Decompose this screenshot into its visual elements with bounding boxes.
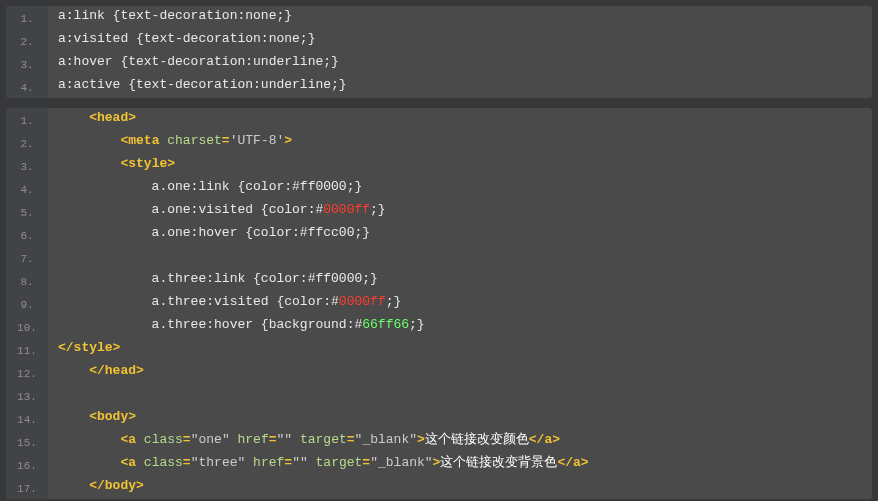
- line-number: 14.: [6, 407, 48, 430]
- token: =: [183, 432, 191, 447]
- code-line: 2. <meta charset='UTF-8'>: [6, 131, 872, 154]
- token: "three": [191, 455, 246, 470]
- token: [58, 478, 89, 493]
- code-content: a.three:visited {color:#0000ff;}: [48, 292, 401, 315]
- token: =: [284, 455, 292, 470]
- token: <style>: [120, 156, 175, 171]
- token: ;}: [386, 294, 402, 309]
- token: href: [238, 432, 269, 447]
- line-number: 10.: [6, 315, 48, 338]
- token: 'UTF-8': [230, 133, 285, 148]
- token: target: [316, 455, 363, 470]
- code-line: 4.a:active {text-decoration:underline;}: [6, 75, 872, 98]
- token: [58, 409, 89, 424]
- code-line: 13.: [6, 384, 872, 407]
- token: </body>: [89, 478, 144, 493]
- token: a:active {text-decoration:underline;}: [58, 77, 347, 92]
- token: [58, 432, 120, 447]
- line-number: 16.: [6, 453, 48, 476]
- code-line: 11.</style>: [6, 338, 872, 361]
- token: a.three:hover {background:#: [58, 317, 362, 332]
- line-number: 15.: [6, 430, 48, 453]
- code-content: </body>: [48, 476, 144, 499]
- line-number: 1.: [6, 108, 48, 131]
- code-content: a.three:link {color:#ff0000;}: [48, 269, 378, 292]
- code-block-2: 1. <head>2. <meta charset='UTF-8'>3. <st…: [6, 108, 872, 499]
- code-content: a.one:hover {color:#ffcc00;}: [48, 223, 370, 246]
- token: </a>: [557, 455, 588, 470]
- token: =: [347, 432, 355, 447]
- token: [58, 363, 89, 378]
- token: [292, 432, 300, 447]
- code-content: a:hover {text-decoration:underline;}: [48, 52, 339, 75]
- token: 0000ff: [339, 294, 386, 309]
- line-number: 2.: [6, 131, 48, 154]
- token: class: [144, 455, 183, 470]
- code-line: 14. <body>: [6, 407, 872, 430]
- token: a:hover {text-decoration:underline;}: [58, 54, 339, 69]
- code-line: 10. a.three:hover {background:#66ff66;}: [6, 315, 872, 338]
- line-number: 4.: [6, 75, 48, 98]
- line-number: 2.: [6, 29, 48, 52]
- line-number: 17.: [6, 476, 48, 499]
- code-line: 1.a:link {text-decoration:none;}: [6, 6, 872, 29]
- token: "": [292, 455, 308, 470]
- code-line: 8. a.three:link {color:#ff0000;}: [6, 269, 872, 292]
- token: [245, 455, 253, 470]
- token: href: [253, 455, 284, 470]
- code-line: 7.: [6, 246, 872, 269]
- token: a.one:hover {color:#ffcc00;}: [58, 225, 370, 240]
- code-content: a.one:link {color:#ff0000;}: [48, 177, 362, 200]
- token: <body>: [89, 409, 136, 424]
- line-number: 6.: [6, 223, 48, 246]
- token: a:link {text-decoration:none;}: [58, 8, 292, 23]
- code-line: 1. <head>: [6, 108, 872, 131]
- line-number: 1.: [6, 6, 48, 29]
- token: a.one:visited {color:#: [58, 202, 323, 217]
- code-content: <body>: [48, 407, 136, 430]
- line-number: 13.: [6, 384, 48, 407]
- code-content: a:visited {text-decoration:none;}: [48, 29, 315, 52]
- token: a.three:visited {color:#: [58, 294, 339, 309]
- code-content: a.three:hover {background:#66ff66;}: [48, 315, 425, 338]
- code-line: 9. a.three:visited {color:#0000ff;}: [6, 292, 872, 315]
- token: charset: [167, 133, 222, 148]
- code-line: 12. </head>: [6, 361, 872, 384]
- token: =: [269, 432, 277, 447]
- token: [230, 432, 238, 447]
- code-content: <meta charset='UTF-8'>: [48, 131, 292, 154]
- token: "_blank": [355, 432, 417, 447]
- token: target: [300, 432, 347, 447]
- code-line: 6. a.one:hover {color:#ffcc00;}: [6, 223, 872, 246]
- line-number: 12.: [6, 361, 48, 384]
- code-content: [48, 246, 58, 269]
- token: <a: [120, 455, 136, 470]
- token: [58, 110, 89, 125]
- code-content: <a class="one" href="" target="_blank">这…: [48, 430, 560, 453]
- token: [136, 432, 144, 447]
- token: [308, 455, 316, 470]
- code-line: 4. a.one:link {color:#ff0000;}: [6, 177, 872, 200]
- token: <head>: [89, 110, 136, 125]
- token: [58, 133, 120, 148]
- line-number: 9.: [6, 292, 48, 315]
- token: <meta: [120, 133, 159, 148]
- code-line: 3. <style>: [6, 154, 872, 177]
- token: </head>: [89, 363, 144, 378]
- line-number: 11.: [6, 338, 48, 361]
- token: </a>: [529, 432, 560, 447]
- token: "": [277, 432, 293, 447]
- code-content: a:active {text-decoration:underline;}: [48, 75, 347, 98]
- token: [136, 455, 144, 470]
- token: a:visited {text-decoration:none;}: [58, 31, 315, 46]
- token: =: [222, 133, 230, 148]
- token: "one": [191, 432, 230, 447]
- code-content: a.one:visited {color:#0000ff;}: [48, 200, 386, 223]
- code-line: 17. </body>: [6, 476, 872, 499]
- line-number: 8.: [6, 269, 48, 292]
- code-content: <a class="three" href="" target="_blank"…: [48, 453, 589, 476]
- code-block-1: 1.a:link {text-decoration:none;}2.a:visi…: [6, 6, 872, 98]
- token: =: [183, 455, 191, 470]
- token: ;}: [409, 317, 425, 332]
- token: 这个链接改变颜色: [425, 432, 529, 447]
